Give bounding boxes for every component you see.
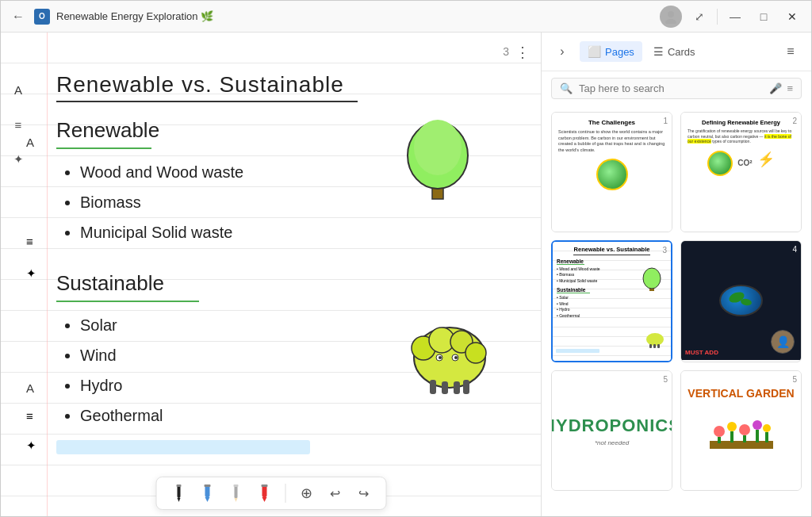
add-tool[interactable]: ⊕	[295, 482, 317, 504]
undo-tool[interactable]: ↩	[324, 482, 346, 504]
title-underline	[56, 101, 358, 102]
redo-tool[interactable]: ↪	[352, 482, 374, 504]
close-button[interactable]: ✕	[781, 6, 803, 28]
svg-rect-35	[657, 344, 660, 348]
svg-rect-12	[454, 381, 460, 394]
highlight	[56, 440, 310, 454]
pages-icon: ⬜	[588, 45, 601, 58]
expand-button[interactable]: ⤢	[688, 6, 710, 28]
cards-icon: ☰	[653, 45, 664, 58]
thumbnail-6[interactable]: 5 VERTICAL GARDEN	[680, 370, 802, 491]
thumb-2-num: 2	[792, 117, 797, 125]
page-menu-button[interactable]: ⋮	[515, 44, 530, 61]
svg-rect-24	[234, 485, 237, 498]
svg-rect-26	[233, 484, 238, 487]
collapse-button[interactable]: ›	[551, 40, 573, 63]
app-title: Renewable Energy Exploration 🌿	[56, 10, 653, 22]
thumbnail-2[interactable]: 2 Defining Renewable Energy The gratific…	[680, 112, 802, 232]
main-layout: A ≡ ✦ A ≡ ✦ A ≡ ✦ 3 ⋮ Renewable vs. Sust…	[1, 33, 811, 517]
svg-rect-44	[756, 430, 759, 442]
thumb-1-text: Scientists continue to show the world co…	[558, 129, 665, 154]
panel-header: › ⬜ Pages ☰ Cards ≡	[542, 33, 811, 71]
svg-rect-29	[261, 484, 267, 487]
lasso-tool-3[interactable]: ✦	[26, 438, 36, 453]
list-item: Municipal Solid waste	[80, 217, 525, 247]
page-number: 3	[503, 45, 509, 58]
thumb-3-r-line	[557, 264, 584, 265]
thumb-1-content: The Challenges Scientists continue to sh…	[558, 119, 665, 190]
tab-cards[interactable]: ☰ Cards	[645, 41, 703, 62]
avatar[interactable]	[660, 6, 682, 28]
app-icon: O	[34, 9, 50, 25]
renewable-underline	[56, 147, 151, 149]
thumbnail-5[interactable]: 5 HYDROPONICS *not needed	[551, 370, 672, 491]
filter-icon[interactable]: ≡	[787, 82, 793, 94]
minimize-button[interactable]: —	[724, 6, 746, 28]
thumbnail-1[interactable]: 1 The Challenges Scientists continue to …	[551, 112, 672, 232]
thumb-6-illustration	[710, 409, 773, 449]
svg-rect-34	[653, 344, 656, 348]
thumbnail-3-inner: 3 Renewable vs. Sustainable Renewable • …	[553, 242, 671, 361]
thumb-3-highlight	[556, 349, 599, 353]
svg-rect-33	[649, 344, 652, 348]
svg-point-1	[665, 19, 676, 24]
panel-tabs: ⬜ Pages ☰ Cards	[580, 41, 773, 62]
thumbnail-4[interactable]: 4 👤 MUST ADD	[680, 240, 802, 362]
thumbnail-4-inner: 4 👤 MUST ADD	[681, 241, 801, 360]
svg-rect-20	[176, 484, 181, 487]
thumbnail-3[interactable]: 3 Renewable vs. Sustainable Renewable • …	[551, 240, 672, 362]
search-right-icons: 🎤 ≡	[769, 82, 793, 94]
svg-marker-22	[205, 497, 209, 502]
gray-pencil-tool[interactable]	[224, 482, 247, 504]
thumb-4-text: MUST ADD	[685, 349, 718, 356]
svg-marker-19	[177, 498, 180, 502]
filter-button[interactable]: ≡	[779, 40, 802, 63]
thumb-2-title: Defining Renewable Energy	[688, 119, 795, 126]
red-marker-tool[interactable]	[253, 482, 275, 504]
mic-icon[interactable]: 🎤	[769, 82, 782, 94]
sheep-illustration	[406, 318, 493, 397]
tree-illustration	[398, 104, 477, 207]
thumb-3-title: Renewable vs. Sustainable	[557, 246, 667, 253]
thumb-4-bg: 👤 MUST ADD	[681, 241, 801, 360]
maximize-button[interactable]: □	[753, 6, 775, 28]
text-tool[interactable]: A	[9, 80, 28, 99]
thumb-5-num: 5	[663, 375, 668, 384]
sustainable-underline	[56, 301, 199, 302]
thumbnail-1-inner: 1 The Challenges Scientists continue to …	[552, 113, 672, 232]
search-input[interactable]	[579, 82, 763, 94]
search-bar: 🔍 🎤 ≡	[551, 78, 802, 99]
svg-rect-27	[262, 485, 266, 497]
thumb-3-tree	[641, 264, 663, 295]
svg-marker-25	[234, 498, 237, 502]
bullet-tool[interactable]: ≡	[9, 115, 28, 134]
svg-point-41	[739, 424, 750, 435]
lasso-tool-2[interactable]: ✦	[26, 266, 36, 281]
svg-rect-40	[730, 431, 733, 442]
black-pen-tool[interactable]	[167, 482, 190, 504]
canvas-left-toolbar: A ≡ ✦	[9, 80, 28, 169]
svg-point-32	[646, 333, 664, 346]
back-button[interactable]: ←	[9, 7, 28, 26]
svg-rect-42	[743, 435, 746, 442]
lasso-tool[interactable]: ✦	[9, 150, 28, 169]
bullet-tool-3[interactable]: ≡	[26, 409, 33, 423]
thumb-3-num: 3	[662, 246, 667, 255]
thumb-3-title-line	[573, 255, 650, 255]
thumb-5-subtitle: *not needed	[595, 439, 629, 446]
thumb-2-text: The gratification of renewable energy so…	[688, 128, 795, 144]
svg-point-39	[727, 422, 737, 431]
thumbnail-2-inner: 2 Defining Renewable Energy The gratific…	[681, 113, 801, 232]
list-item: Geothermal	[80, 400, 525, 431]
tab-pages[interactable]: ⬜ Pages	[580, 41, 642, 62]
sustainable-heading: Sustainable	[56, 271, 525, 296]
blue-highlighter-tool[interactable]	[196, 482, 218, 504]
tab-cards-label: Cards	[668, 46, 695, 58]
bullet-tool-2[interactable]: ≡	[26, 235, 33, 248]
svg-marker-28	[262, 497, 266, 502]
text-tool-3[interactable]: A	[26, 381, 34, 395]
thumbnails-grid: 1 The Challenges Scientists continue to …	[542, 105, 811, 517]
toolbar-separator	[285, 484, 285, 503]
thumbnail-6-inner: 5 VERTICAL GARDEN	[681, 371, 801, 490]
svg-rect-10	[430, 380, 436, 394]
